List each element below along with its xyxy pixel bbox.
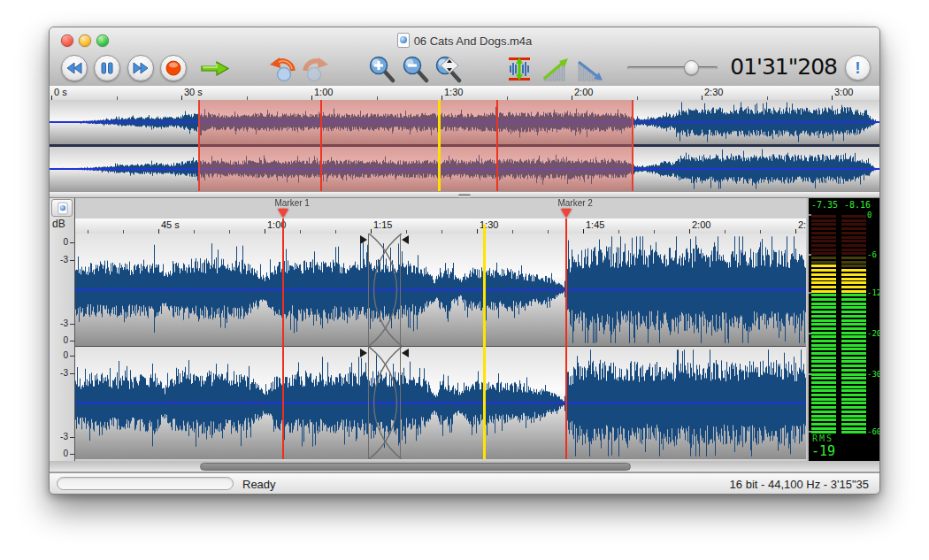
overview-timeline-ruler[interactable]: 0 s30 s1:001:302:002:303:00 [50, 86, 879, 101]
meter-led-segment [841, 261, 866, 264]
meter-led-segment [841, 423, 866, 426]
ruler-tick-label: 1:30 [444, 87, 463, 97]
marker2-flag[interactable] [561, 209, 572, 218]
pane-splitter[interactable] [50, 191, 879, 198]
peak-value-left: -7.35 [811, 200, 838, 210]
zoom-vertical-button[interactable] [507, 57, 532, 81]
file-proxy-button[interactable] [51, 199, 73, 217]
ruler-tick-label: 45 s [161, 219, 180, 230]
db-scale-tick [70, 341, 74, 341]
meter-led-segment [811, 398, 836, 401]
ruler-tick-label: 30 s [184, 87, 203, 97]
progress-bar [57, 477, 234, 490]
meter-led-segment [811, 223, 836, 226]
waveform-channel-left[interactable] [75, 234, 806, 346]
meter-led-segment [811, 278, 836, 280]
meter-led-segment [841, 249, 866, 251]
meter-led-segment [811, 252, 836, 255]
db-scale-column: dB 0-3-30 0-3-30 [50, 198, 75, 461]
crossfade-right-handle-ch2[interactable] [402, 349, 409, 357]
db-scale-label: -3 [60, 255, 68, 265]
meter-scale-notch [809, 254, 811, 256]
pause-button[interactable] [94, 55, 120, 81]
meter-led-segment [811, 360, 836, 363]
meter-led-segment [841, 223, 866, 226]
meter-scale-label: 0 [867, 211, 871, 219]
db-scale-tick [70, 324, 74, 325]
overview-selection[interactable] [198, 100, 633, 191]
rms-value: -19 [811, 443, 835, 459]
crossfade-left-handle-ch1[interactable] [360, 235, 367, 244]
meter-led-segment [841, 332, 866, 334]
meter-led-segment [811, 323, 836, 326]
fast-forward-button[interactable] [127, 55, 154, 81]
main-timeline-ruler[interactable]: 45 s1:001:151:301:452:002:15 [75, 219, 806, 234]
meter-led-segment [811, 281, 836, 284]
meter-led-segment [841, 236, 866, 239]
rewind-button[interactable] [61, 55, 88, 81]
meter-led-segment [841, 357, 866, 359]
meter-led-segment [811, 319, 836, 322]
time-display: 01'31"208 [720, 54, 837, 80]
volume-slider-track[interactable] [627, 66, 718, 70]
meter-led-segment [811, 389, 836, 392]
meter-led-segment [811, 406, 836, 409]
meter-led-segment [841, 269, 866, 272]
meter-led-segment [841, 215, 866, 218]
marker-strip[interactable]: Marker 1 Marker 2 [75, 198, 806, 219]
zoom-in-button[interactable] [367, 55, 395, 83]
meter-led-segment [841, 290, 866, 293]
zoom-fit-button[interactable] [434, 55, 464, 83]
file-format-info: 16 bit - 44,100 Hz - 3'15"35 [730, 478, 869, 491]
undo-button[interactable] [268, 56, 297, 82]
overview-marker2-line[interactable] [496, 100, 498, 191]
meter-led-segment [811, 232, 836, 234]
meter-led-segment [811, 369, 836, 372]
meter-led-segment [841, 319, 866, 322]
meter-led-segment [811, 240, 836, 242]
overview-waveform[interactable] [50, 100, 879, 191]
meter-led-segment [811, 298, 836, 301]
meter-scale-notch [809, 431, 811, 433]
overview-playhead[interactable] [438, 100, 441, 191]
window-chrome[interactable]: 06 Cats And Dogs.m4a [50, 27, 879, 87]
meter-scale-label: -12 [867, 288, 879, 297]
crossfade-left-handle-ch2[interactable] [360, 349, 367, 357]
meter-scale-label: -60 [867, 427, 879, 436]
go-to-end-button[interactable] [200, 60, 230, 77]
meter-led-segment [841, 298, 866, 301]
playhead-line[interactable] [483, 225, 486, 459]
fade-out-button[interactable] [577, 58, 603, 81]
db-scale-tick [70, 242, 74, 243]
meter-led-segment [841, 244, 866, 247]
marker1-label: Marker 1 [274, 198, 309, 208]
meter-led-segment [841, 360, 866, 363]
fade-in-button[interactable] [542, 58, 569, 81]
overview-marker1-line[interactable] [320, 100, 322, 191]
meter-led-segment [811, 257, 836, 259]
meter-led-segment [811, 386, 836, 388]
waveform-channel-right[interactable] [75, 347, 806, 459]
db-scale-tick [70, 356, 74, 357]
marker1-line[interactable] [282, 219, 284, 459]
meter-led-segment [811, 261, 836, 264]
meter-scale-label: -6 [867, 250, 877, 259]
meter-scale-notch [809, 214, 811, 216]
ruler-tick-label: 0 s [54, 87, 67, 97]
volume-slider-knob[interactable] [684, 60, 699, 75]
rewind-icon [66, 62, 82, 74]
meter-led-segment [811, 332, 836, 334]
marker1-flag[interactable] [278, 209, 288, 218]
horizontal-scrollbar[interactable] [50, 461, 879, 472]
redo-button[interactable] [301, 56, 330, 82]
marker2-line[interactable] [565, 219, 567, 459]
zoom-out-button[interactable] [401, 55, 429, 83]
meter-led-segment [841, 386, 866, 388]
crossfade-right-handle-ch1[interactable] [402, 235, 409, 244]
status-text: Ready [242, 478, 276, 491]
scrollbar-thumb[interactable] [200, 463, 631, 471]
meter-led-segment [841, 252, 866, 255]
record-button[interactable] [160, 55, 187, 81]
alert-button[interactable]: ! [845, 55, 871, 81]
crossfade-widget[interactable] [368, 234, 401, 459]
